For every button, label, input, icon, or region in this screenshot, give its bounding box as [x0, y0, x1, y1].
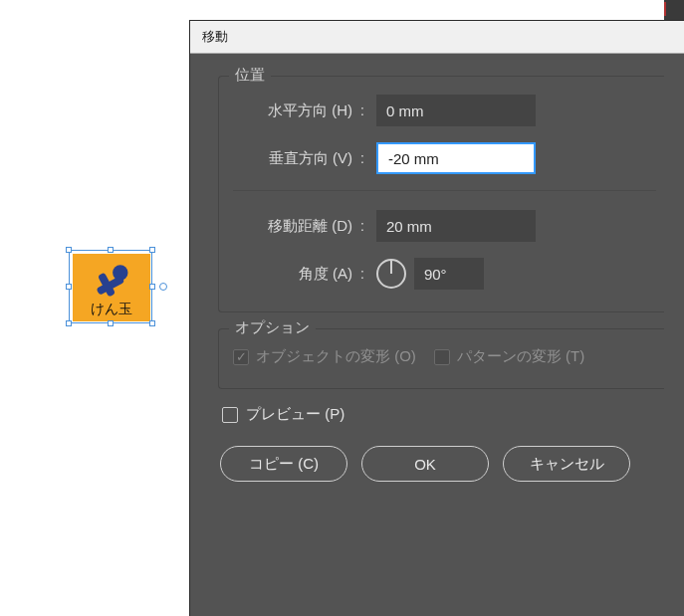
distance-input[interactable]: [376, 210, 536, 242]
dialog-title[interactable]: 移動: [190, 21, 684, 54]
checkbox-icon: [233, 349, 249, 365]
resize-handle[interactable]: [149, 320, 155, 326]
angle-input[interactable]: [414, 258, 484, 290]
distance-label: 移動距離 (D): [233, 217, 352, 236]
preview-checkbox[interactable]: [222, 407, 238, 423]
angle-label: 角度 (A): [233, 265, 352, 284]
move-dialog: 移動 位置 水平方向 (H) : 垂直方向 (V) : 移動距離 (D) : 角…: [189, 20, 684, 616]
position-group: 位置 水平方向 (H) : 垂直方向 (V) : 移動距離 (D) : 角度 (…: [218, 76, 664, 312]
vertical-input[interactable]: [376, 142, 536, 174]
resize-handle[interactable]: [149, 284, 155, 290]
horizontal-label: 水平方向 (H): [233, 102, 352, 120]
kendama-icon: [90, 262, 133, 306]
resize-handle[interactable]: [66, 284, 72, 290]
rotation-anchor[interactable]: [159, 283, 167, 291]
colon: :: [360, 150, 364, 166]
resize-handle[interactable]: [108, 247, 114, 253]
angle-dial-icon[interactable]: [376, 259, 406, 289]
colon: :: [360, 266, 364, 282]
resize-handle[interactable]: [149, 247, 155, 253]
vertical-label: 垂直方向 (V): [233, 149, 352, 168]
canvas-area[interactable]: けん玉: [0, 0, 189, 616]
colon: :: [360, 218, 364, 234]
transform-objects-checkbox: オブジェクトの変形 (O): [233, 347, 416, 366]
resize-handle[interactable]: [108, 320, 114, 326]
transform-patterns-label: パターンの変形 (T): [457, 347, 584, 366]
colon: :: [360, 103, 364, 118]
position-legend: 位置: [229, 66, 271, 85]
options-legend: オプション: [229, 318, 316, 337]
horizontal-input[interactable]: [376, 95, 536, 126]
copy-button[interactable]: コピー (C): [220, 446, 347, 482]
checkbox-icon: [434, 349, 450, 365]
resize-handle[interactable]: [66, 247, 72, 253]
app-topbar-fragment: [664, 0, 684, 20]
artwork-label: けん玉: [73, 301, 150, 318]
ok-button[interactable]: OK: [361, 446, 489, 482]
selected-artwork[interactable]: けん玉: [73, 254, 150, 321]
cancel-button[interactable]: キャンセル: [503, 446, 630, 482]
selection-bounds[interactable]: けん玉: [69, 250, 152, 323]
resize-handle[interactable]: [66, 320, 72, 326]
options-group: オプション オブジェクトの変形 (O) パターンの変形 (T): [218, 328, 664, 389]
preview-label: プレビュー (P): [246, 405, 344, 424]
transform-objects-label: オブジェクトの変形 (O): [256, 347, 416, 366]
transform-patterns-checkbox: パターンの変形 (T): [434, 347, 584, 366]
